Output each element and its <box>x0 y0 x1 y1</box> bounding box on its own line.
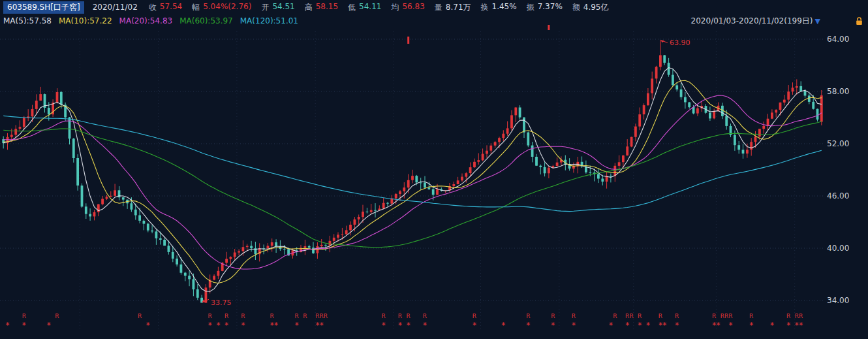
quote-field-label: 振 <box>527 2 535 13</box>
candlestick-chart[interactable]: 64.0058.0052.0046.0040.0034.0063.9033.75… <box>0 0 868 339</box>
quote-field-label: 换 <box>481 2 489 13</box>
r-marker: R <box>799 313 803 319</box>
star-marker: * <box>625 321 629 330</box>
lock-icon-glyph <box>856 17 863 25</box>
quote-field-value: 54.11 <box>359 2 381 13</box>
quote-field-label: 低 <box>348 2 356 13</box>
r-marker: R <box>473 313 476 319</box>
r-marker: R <box>55 313 59 319</box>
quote-field-change: 幅5.04%(2.76) <box>192 2 251 13</box>
quote-field-value: 8.71万 <box>446 2 471 13</box>
star-marker: * <box>551 321 555 330</box>
star-marker: * <box>638 321 642 330</box>
star-marker: * <box>473 321 476 330</box>
star-marker: * <box>6 321 10 330</box>
y-axis-label: 34.00 <box>827 296 849 305</box>
quote-field-value: 4.95亿 <box>583 2 609 13</box>
dropdown-caret-icon[interactable]: ▼ <box>815 17 820 25</box>
star-marker: * <box>315 321 319 330</box>
r-marker: R <box>526 313 530 319</box>
star-marker: * <box>270 321 274 330</box>
quote-field-value: 57.54 <box>160 2 182 13</box>
quote-field-amplitude: 振7.37% <box>527 2 563 13</box>
r-marker: R <box>382 313 386 319</box>
r-marker: R <box>675 313 679 319</box>
quote-field-open: 开54.51 <box>261 2 294 13</box>
quote-header: 603589.SH[口子窖] 2020/11/02 收57.54幅5.04%(2… <box>0 0 868 14</box>
star-marker: * <box>22 321 26 330</box>
star-marker: * <box>216 321 220 330</box>
quote-field-value: 58.15 <box>316 2 338 13</box>
star-marker: * <box>675 321 679 330</box>
star-marker: * <box>770 321 774 330</box>
r-marker: R <box>398 313 402 319</box>
quote-field-close: 收57.54 <box>149 2 182 13</box>
svg-text:63.90: 63.90 <box>670 39 690 47</box>
star-marker: * <box>799 321 803 330</box>
star-marker: * <box>526 321 530 330</box>
y-axis-label: 52.00 <box>827 139 849 148</box>
quote-field-value: 7.37% <box>538 2 563 13</box>
quote-field-low: 低54.11 <box>348 2 381 13</box>
r-marker: R <box>629 313 633 319</box>
ex-rights-markers: RRRRRRRRRRRRRRRRRRRRRRRRRRRRRRRRRR******… <box>6 313 803 330</box>
r-marker: R <box>303 313 307 319</box>
star-marker: * <box>295 321 299 330</box>
quote-field-label: 量 <box>435 2 442 13</box>
star-marker: * <box>241 321 245 330</box>
star-marker: * <box>47 321 51 330</box>
quote-field-value: 56.83 <box>402 2 424 13</box>
quote-fields: 收57.54幅5.04%(2.76)开54.51高58.15低54.11均56.… <box>149 2 609 13</box>
r-marker: R <box>324 313 328 319</box>
r-marker: R <box>551 313 555 319</box>
star-marker: * <box>749 321 753 330</box>
r-marker: R <box>659 313 662 319</box>
ma-legend-ma120: MA(120):51.01 <box>240 16 298 25</box>
ma-legend-ma5: MA(5):57.58 <box>3 16 52 25</box>
r-marker: R <box>572 313 576 319</box>
star-marker: * <box>274 321 278 330</box>
chart-area: 64.0058.0052.0046.0040.0034.0063.9033.75… <box>0 0 868 339</box>
r-marker: R <box>22 313 26 319</box>
r-marker: R <box>728 313 732 319</box>
candles <box>2 40 822 302</box>
star-marker: * <box>146 321 150 330</box>
r-marker: R <box>786 313 790 319</box>
r-marker: R <box>225 313 228 319</box>
y-axis-labels: 64.0058.0052.0046.0040.0034.00 <box>827 35 849 305</box>
star-marker: * <box>382 321 386 330</box>
ma-legend: MA(5):57.58MA(10):57.22MA(20):54.83MA(60… <box>3 16 298 25</box>
r-marker: R <box>407 313 411 319</box>
quote-field-label: 均 <box>391 2 399 13</box>
quote-field-label: 幅 <box>192 2 200 13</box>
star-marker: * <box>729 321 733 330</box>
y-axis-label: 64.00 <box>827 35 849 44</box>
star-marker: * <box>609 321 613 330</box>
r-marker: R <box>241 313 245 319</box>
date-range[interactable]: 2020/01/03-2020/11/02(199日) <box>691 16 813 27</box>
star-marker: * <box>320 321 324 330</box>
star-marker: * <box>501 321 505 330</box>
star-marker: * <box>398 321 402 330</box>
svg-text:33.75: 33.75 <box>211 299 232 307</box>
star-marker: * <box>208 321 212 330</box>
range-controls: 2020/01/03-2020/11/02(199日) ▼ <box>691 16 865 27</box>
star-marker: * <box>225 321 228 330</box>
ma-legend-ma60: MA(60):53.97 <box>179 16 233 25</box>
r-marker: R <box>138 313 142 319</box>
ma-toolbar: MA(5):57.58MA(10):57.22MA(20):54.83MA(60… <box>0 14 868 27</box>
r-marker: R <box>423 313 427 319</box>
r-marker: R <box>749 313 753 319</box>
trade-date: 2020/11/02 <box>93 3 138 12</box>
r-marker: R <box>795 313 799 319</box>
quote-field-value: 5.04%(2.76) <box>203 2 251 13</box>
quote-field-avg: 均56.83 <box>391 2 424 13</box>
quote-field-label: 收 <box>149 2 157 13</box>
quote-field-value: 1.45% <box>492 2 517 13</box>
star-marker: * <box>786 321 790 330</box>
stock-code[interactable]: 603589.SH[口子窖] <box>3 1 84 14</box>
lock-icon[interactable] <box>856 17 863 25</box>
y-axis-label: 46.00 <box>827 191 849 201</box>
y-axis-label: 40.00 <box>827 244 849 253</box>
quote-field-high: 高58.15 <box>305 2 338 13</box>
